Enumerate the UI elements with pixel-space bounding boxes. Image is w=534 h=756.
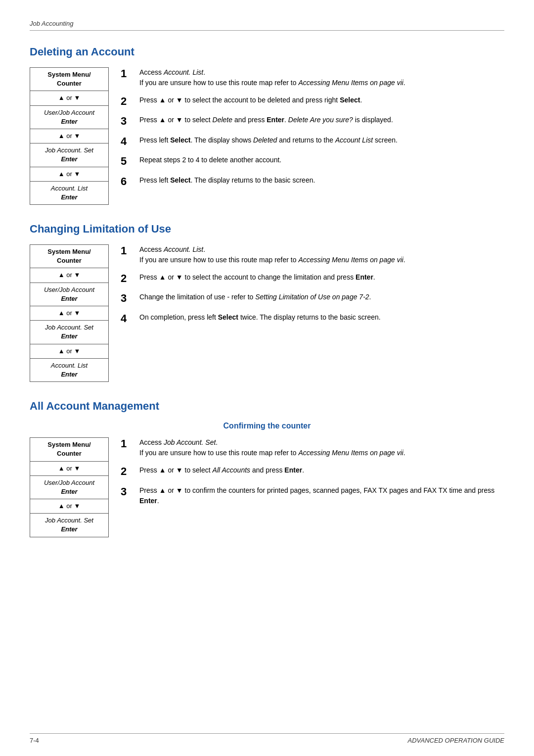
step-number: 2 [121,465,133,478]
step-item: 3 Change the limitation of use - refer t… [121,292,504,305]
step-text: Access Account. List.If you are unsure h… [139,244,504,265]
step-text: Repeat steps 2 to 4 to delete another ac… [139,155,504,165]
nav-box-changing: System Menu/Counter ▲ or ▼ User/Job Acco… [30,244,109,382]
nav-row: ▲ or ▼ [30,129,108,143]
nav-row: ▲ or ▼ [30,344,108,359]
nav-box-deleting: System Menu/Counter ▲ or ▼ User/Job Acco… [30,67,109,205]
steps-list-all-account: 1 Access Job Account. Set.If you are uns… [121,437,504,513]
footer-page-number: 7-4 [30,737,39,744]
step-text: Press ▲ or ▼ to confirm the counters for… [139,485,504,506]
step-number: 1 [121,244,133,257]
steps-list-changing: 1 Access Account. List.If you are unsure… [121,244,504,332]
section-title-changing: Changing Limitation of Use [30,223,504,236]
step-item: 4 On completion, press left Select twice… [121,312,504,325]
step-number: 2 [121,272,133,285]
section-title-all-account: All Account Management [30,400,504,413]
step-text: Press ▲ or ▼ to select All Accounts and … [139,465,504,475]
step-item: 3 Press ▲ or ▼ to confirm the counters f… [121,485,504,506]
step-number: 3 [121,485,133,498]
section-deleting-account: Deleting an Account System Menu/Counter … [30,46,504,205]
nav-row: ▲ or ▼ [30,462,108,476]
nav-row: System Menu/Counter [30,438,108,461]
step-item: 2 Press ▲ or ▼ to select All Accounts an… [121,465,504,478]
step-number: 6 [121,175,133,188]
step-item: 1 Access Account. List.If you are unsure… [121,244,504,265]
nav-row: User/Job AccountEnter [30,283,108,306]
nav-row: User/Job AccountEnter [30,106,108,129]
step-text: Access Job Account. Set.If you are unsur… [139,437,504,458]
step-item: 3 Press ▲ or ▼ to select Delete and pres… [121,115,504,128]
nav-row: ▲ or ▼ [30,268,108,283]
step-item: 2 Press ▲ or ▼ to select the account to … [121,95,504,108]
section-changing-limitation: Changing Limitation of Use System Menu/C… [30,223,504,382]
step-number: 1 [121,437,133,450]
nav-row: Account. ListEnter [30,182,108,204]
step-number: 4 [121,135,133,148]
nav-row: Job Account. SetEnter [30,143,108,167]
step-item: 2 Press ▲ or ▼ to select the account to … [121,272,504,285]
nav-row: User/Job AccountEnter [30,476,108,499]
step-item: 4 Press left Select. The display shows D… [121,135,504,148]
nav-box-all-account: System Menu/Counter ▲ or ▼ User/Job Acco… [30,437,109,537]
section-title-deleting: Deleting an Account [30,46,504,58]
nav-row: System Menu/Counter [30,68,108,91]
section-content-all-account: System Menu/Counter ▲ or ▼ User/Job Acco… [30,437,504,537]
footer-guide-title: ADVANCED OPERATION GUIDE [407,737,504,744]
page-container: Job Accounting Deleting an Account Syste… [0,0,534,585]
step-number: 4 [121,312,133,325]
step-number: 2 [121,95,133,108]
step-item: 1 Access Job Account. Set.If you are uns… [121,437,504,458]
nav-row: Account. ListEnter [30,359,108,381]
section-all-account: All Account Management Confirming the co… [30,400,504,537]
nav-row: ▲ or ▼ [30,499,108,514]
nav-row: Job Account. SetEnter [30,514,108,536]
nav-row: ▲ or ▼ [30,167,108,182]
step-number: 1 [121,67,133,80]
section-content-changing: System Menu/Counter ▲ or ▼ User/Job Acco… [30,244,504,382]
step-item: 5 Repeat steps 2 to 4 to delete another … [121,155,504,168]
step-number: 3 [121,115,133,128]
step-text: Access Account. List.If you are unsure h… [139,67,504,88]
nav-row: Job Account. SetEnter [30,321,108,344]
nav-row: ▲ or ▼ [30,306,108,321]
step-text: Press ▲ or ▼ to select the account to ch… [139,272,504,283]
step-text: Change the limitation of use - refer to … [139,292,504,302]
step-text: Press ▲ or ▼ to select Delete and press … [139,115,504,125]
step-text: Press ▲ or ▼ to select the account to be… [139,95,504,105]
subsection-title-confirming: Confirming the counter [30,422,504,430]
nav-row: ▲ or ▼ [30,91,108,105]
step-text: Press left Select. The display shows Del… [139,135,504,145]
section-content-deleting: System Menu/Counter ▲ or ▼ User/Job Acco… [30,67,504,205]
step-number: 5 [121,155,133,168]
step-item: 6 Press left Select. The display returns… [121,175,504,188]
steps-list-deleting: 1 Access Account. List.If you are unsure… [121,67,504,195]
page-footer: 7-4 ADVANCED OPERATION GUIDE [30,733,504,744]
nav-row: System Menu/Counter [30,245,108,268]
breadcrumb: Job Accounting [30,20,504,31]
step-text: Press left Select. The display returns t… [139,175,504,186]
step-number: 3 [121,292,133,305]
step-text: On completion, press left Select twice. … [139,312,504,323]
step-item: 1 Access Account. List.If you are unsure… [121,67,504,88]
